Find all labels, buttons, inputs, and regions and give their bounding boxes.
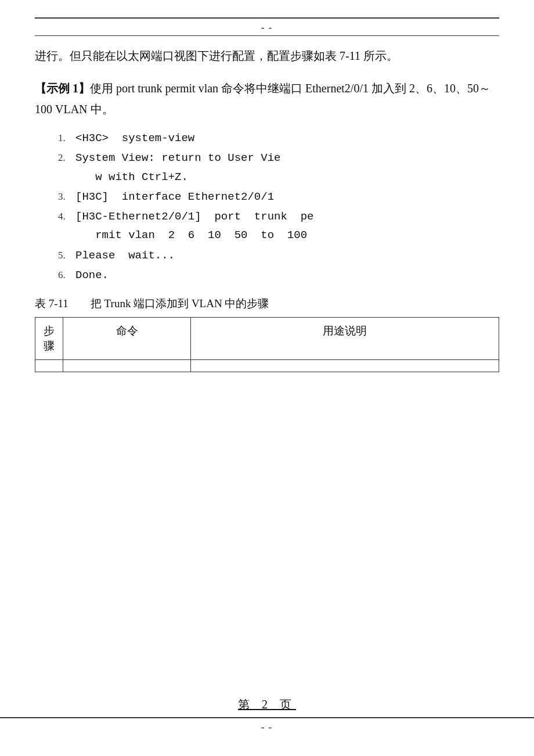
- header-desc: 用途说明: [191, 318, 499, 360]
- code-item-4: 4.[H3C-Ethernet2/0/1] port trunk pe rmit…: [58, 207, 499, 245]
- bottom-separator: [0, 717, 534, 718]
- code-item-2: 2.System View: return to User Vie w with…: [58, 149, 499, 186]
- code-item-6: 6.Done.: [58, 266, 499, 285]
- code-text-5: Please wait...: [75, 246, 499, 265]
- table-header-row: 步 骤 命令 用途说明: [35, 318, 499, 360]
- top-dash: --: [35, 21, 499, 33]
- second-separator: [35, 35, 499, 36]
- code-item-5: 5.Please wait...: [58, 246, 499, 265]
- data-table: 步 骤 命令 用途说明: [35, 317, 499, 372]
- example-text: 使用 port trunk permit vlan 命令将中继端口 Ethern…: [35, 82, 490, 116]
- page-container: -- 进行。但只能在以太网端口视图下进行配置，配置步骤如表 7-11 所示。 【…: [0, 0, 534, 756]
- page-number: 第 2 页: [238, 697, 296, 712]
- intro-paragraph: 进行。但只能在以太网端口视图下进行配置，配置步骤如表 7-11 所示。: [35, 45, 499, 66]
- table-row: [35, 360, 499, 372]
- code-item-1: 1.<H3C> system-view: [58, 129, 499, 147]
- header-step: 步 骤: [35, 318, 63, 360]
- cell-cmd-placeholder: [63, 360, 191, 372]
- top-separator: [35, 17, 499, 19]
- cell-desc-placeholder: [191, 360, 499, 372]
- code-text-6: Done.: [75, 266, 499, 285]
- code-list: 1.<H3C> system-view2.System View: return…: [58, 129, 499, 285]
- example-label: 【示例 1】: [35, 82, 90, 95]
- example-title: 【示例 1】使用 port trunk permit vlan 命令将中继端口 …: [35, 78, 499, 120]
- code-num-3: 3.: [58, 188, 75, 206]
- code-text-2: System View: return to User Vie w with C…: [75, 149, 499, 186]
- cell-step-placeholder: [35, 360, 63, 372]
- code-num-6: 6.: [58, 266, 75, 284]
- header-cmd: 命令: [63, 318, 191, 360]
- code-num-2: 2.: [58, 149, 75, 167]
- bottom-dash: --: [259, 721, 275, 733]
- table-caption: 表 7-11 把 Trunk 端口添加到 VLAN 中的步骤: [35, 296, 499, 311]
- bottom-area: 第 2 页 --: [0, 697, 534, 733]
- code-text-4: [H3C-Ethernet2/0/1] port trunk pe rmit v…: [75, 207, 499, 245]
- code-num-5: 5.: [58, 246, 75, 264]
- code-text-3: [H3C] interface Ethernet2/0/1: [75, 188, 499, 206]
- code-num-1: 1.: [58, 129, 75, 147]
- code-text-1: <H3C> system-view: [75, 129, 499, 147]
- code-item-3: 3.[H3C] interface Ethernet2/0/1: [58, 188, 499, 206]
- code-num-4: 4.: [58, 207, 75, 225]
